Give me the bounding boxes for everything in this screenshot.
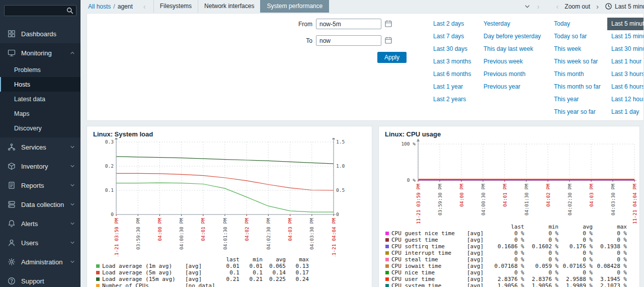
time-range-last-30-minutes[interactable]: Last 30 minutes [611, 43, 643, 55]
svg-text:0.1: 0.1 [105, 187, 114, 193]
sidebar-item-administration[interactable]: Administration [0, 252, 80, 271]
chevron-down-icon [69, 182, 75, 188]
time-forward-icon[interactable]: › [535, 3, 541, 10]
legend-series-func: [avg] [467, 256, 490, 263]
legend-swatch [385, 258, 389, 261]
from-input[interactable] [316, 19, 381, 29]
time-range-last-7-days[interactable]: Last 7 days [433, 30, 471, 43]
time-range-this-month[interactable]: This month [554, 68, 601, 81]
to-input[interactable] [316, 35, 381, 46]
time-range-last-6-months[interactable]: Last 6 months [433, 68, 471, 81]
time-range-last-2-days[interactable]: Last 2 days [433, 18, 471, 30]
time-range-last-1-year[interactable]: Last 1 year [433, 81, 471, 93]
sidebar-item-alerts[interactable]: Alerts [0, 214, 80, 233]
time-range-this-year-so-far[interactable]: This year so far [554, 106, 601, 118]
time-range-this-year[interactable]: This year [554, 93, 601, 106]
sidebar-item-monitoring[interactable]: Monitoring [0, 43, 80, 62]
zoom-out-button[interactable]: Zoom out [565, 3, 590, 10]
legend-series-func: [avg] [467, 263, 490, 269]
time-range-last-30-days[interactable]: Last 30 days [433, 43, 471, 55]
tab-network-interfaces[interactable]: Network interfaces [198, 0, 260, 13]
time-range-previous-month[interactable]: Previous month [484, 68, 541, 81]
legend-series-value: 1.9056 % [490, 282, 524, 287]
legend-series-value: 0 % [558, 269, 593, 276]
legend-series-value: 0.17 [286, 269, 309, 276]
svg-text:04:00 PM: 04:00 PM [459, 184, 464, 207]
sidebar-subitem-latest-data[interactable]: Latest data [0, 92, 80, 106]
sidebar-item-data-collection[interactable]: Data collection [0, 195, 80, 214]
svg-text:0.3: 0.3 [105, 139, 114, 145]
time-range-today-so-far[interactable]: Today so far [554, 30, 601, 43]
time-range-this-week[interactable]: This week [554, 43, 601, 55]
sidebar-item-support[interactable]: Support [0, 271, 80, 287]
legend-series-value: 0.1602 % [524, 243, 558, 250]
legend-series-name: Load average (15m avg) [102, 276, 185, 282]
legend-series-name: CPU softirq time [391, 243, 467, 250]
sidebar-item-users[interactable]: Users [0, 233, 80, 252]
legend-series-name: CPU guest time [391, 237, 467, 243]
time-next-icon[interactable]: › [595, 3, 600, 10]
sidebar-item-label: Alerts [21, 220, 64, 228]
legend-series-value: 0 % [490, 269, 524, 276]
time-range-day-before-yesterday[interactable]: Day before yesterday [484, 30, 541, 43]
time-range-last-5-minutes[interactable]: Last 5 minutes [607, 18, 643, 30]
time-range-last-3-hours[interactable]: Last 3 hours [611, 68, 643, 81]
legend-series-value: 2.1073 % [593, 282, 627, 287]
sidebar-item-inventory[interactable]: Inventory [0, 157, 80, 176]
legend-swatch [96, 277, 100, 281]
legend-series-name: CPU iowait time [391, 263, 467, 269]
sidebar-item-services[interactable]: Services [0, 137, 80, 157]
sidebar-item-dashboards[interactable]: Dashboards [0, 24, 80, 43]
legend-series-value: 0.01 [216, 263, 239, 269]
legend-swatch [96, 284, 100, 287]
chevron-up-icon [69, 50, 75, 56]
svg-text:04:03 PM: 04:03 PM [589, 184, 594, 207]
search-icon[interactable] [66, 7, 74, 15]
quick-ranges-col-3: TodayToday so farThis weekThis week so f… [554, 18, 601, 118]
zabbix-app: DashboardsMonitoringProblemsHostsLatest … [0, 0, 644, 287]
time-back-icon[interactable]: ‹ [554, 3, 560, 10]
time-range-today[interactable]: Today [554, 18, 601, 30]
breadcrumb-all-hosts[interactable]: All hosts [88, 3, 111, 10]
breadcrumb-host: agent [118, 3, 133, 10]
time-range-this-day-last-week[interactable]: This day last week [484, 43, 541, 55]
sidebar-subitem-hosts[interactable]: Hosts [0, 77, 80, 92]
time-range-last-6-hours[interactable]: Last 6 hours [611, 81, 643, 93]
legend-series-value: 0.01 [239, 263, 263, 269]
time-range-last-12-hours[interactable]: Last 12 hours [611, 93, 643, 106]
tabs-scroll-left-icon[interactable]: ‹ [142, 3, 147, 10]
from-calendar-button[interactable] [384, 20, 392, 28]
time-range-this-week-so-far[interactable]: This week so far [554, 55, 601, 68]
sidebar-item-label: Monitoring [21, 49, 64, 57]
time-range-last-1-hour[interactable]: Last 1 hour [611, 55, 643, 68]
time-range-previous-week[interactable]: Previous week [484, 55, 541, 68]
svg-text:11-21 04:04 PM: 11-21 04:04 PM [632, 184, 637, 224]
time-range-last-15-minutes[interactable]: Last 15 minutes [611, 30, 643, 43]
time-range-last-1-day[interactable]: Last 1 day [611, 106, 643, 118]
svg-text:04:03 PM: 04:03 PM [287, 218, 293, 241]
tab-system-performance[interactable]: System performance [260, 0, 329, 13]
legend-series-func: [avg] [467, 230, 490, 237]
to-calendar-button[interactable] [384, 36, 392, 44]
sidebar-subitem-discovery[interactable]: Discovery [0, 121, 80, 135]
time-range-previous-year[interactable]: Previous year [484, 81, 541, 93]
tab-filesystems[interactable]: Filesystems [153, 0, 198, 13]
linux-system-load-plot: 000.10.50.21.00.31.511-21 03:59 PM03:59:… [87, 138, 372, 256]
time-range-last-3-months[interactable]: Last 3 months [433, 55, 471, 68]
time-range-last-2-years[interactable]: Last 2 years [433, 93, 471, 106]
legend-series-func: [avg] [467, 243, 490, 250]
apply-button[interactable]: Apply [377, 52, 407, 63]
time-range-this-month-so-far[interactable]: This month so far [554, 81, 601, 93]
svg-text:0.2: 0.2 [105, 163, 114, 169]
sidebar-item-reports[interactable]: Reports [0, 176, 80, 195]
time-selector[interactable]: Last 5 minutes [605, 3, 644, 10]
svg-text:100 %: 100 % [401, 141, 416, 147]
sidebar-subitem-maps[interactable]: Maps [0, 106, 80, 121]
time-range-yesterday[interactable]: Yesterday [484, 18, 541, 30]
sidebar-subitem-problems[interactable]: Problems [0, 62, 80, 77]
legend-series-value: 0 % [524, 269, 558, 276]
svg-text:0: 0 [111, 211, 114, 217]
legend-swatch [96, 271, 100, 274]
collapse-filter-chevron-down-icon[interactable] [524, 3, 531, 10]
svg-text:03:59:30 PM: 03:59:30 PM [437, 184, 443, 216]
